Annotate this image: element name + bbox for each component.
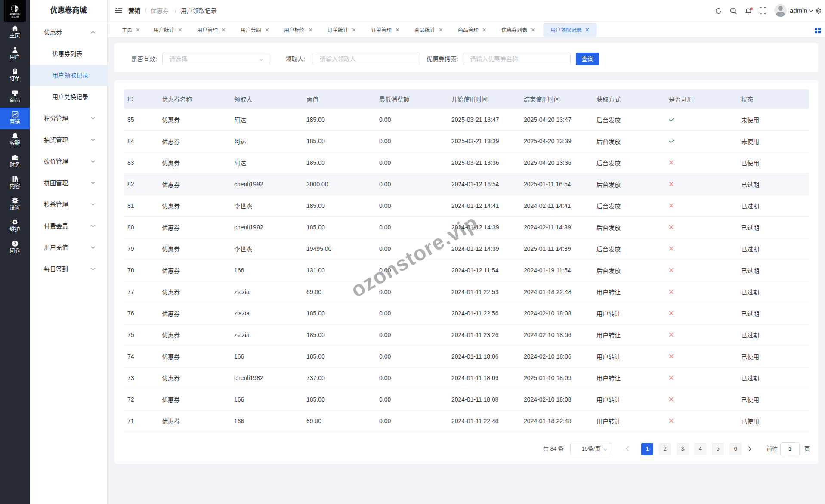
svg-text:DREAM: DREAM (12, 16, 19, 18)
svg-text:?: ? (14, 241, 16, 246)
svg-text:AMERICAN: AMERICAN (10, 13, 20, 15)
svg-text:A: A (15, 7, 19, 11)
